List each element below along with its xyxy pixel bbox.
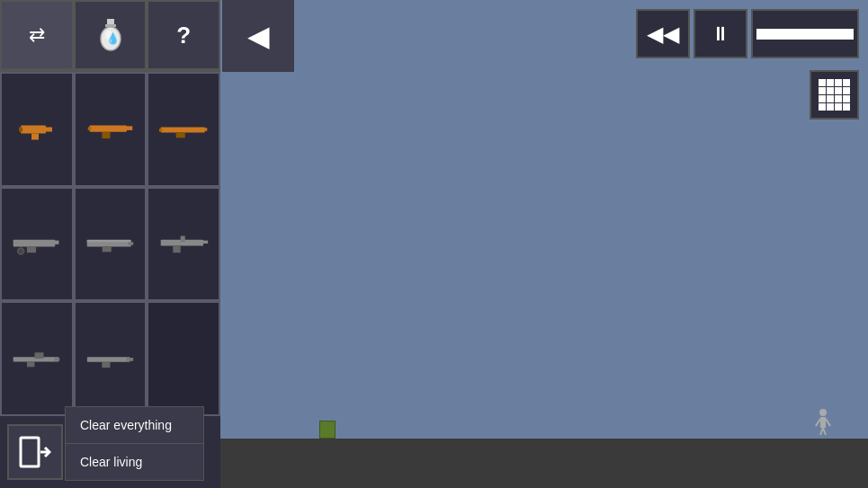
svg-rect-22 xyxy=(87,242,131,247)
toolbar-row: ⇄ 💧 ? ◀ xyxy=(0,0,220,72)
weapon-cell-ar[interactable] xyxy=(147,187,220,302)
svg-rect-36 xyxy=(127,358,133,361)
svg-point-21 xyxy=(19,249,23,253)
svg-rect-0 xyxy=(107,19,114,24)
clear-living-button[interactable]: Clear living xyxy=(66,444,203,480)
clear-everything-button[interactable]: Clear everything xyxy=(66,407,203,444)
svg-rect-9 xyxy=(90,125,127,131)
weapon-cell-sniper[interactable] xyxy=(0,301,74,416)
svg-rect-8 xyxy=(19,127,22,131)
svg-rect-40 xyxy=(820,417,826,428)
weapon-cell-rifle[interactable] xyxy=(147,72,220,187)
svg-rect-29 xyxy=(200,241,207,244)
progress-bar xyxy=(756,29,854,40)
smg-icon xyxy=(85,116,135,143)
weapon-cell-smg[interactable] xyxy=(74,72,148,187)
question-button[interactable]: ? xyxy=(147,0,220,70)
exit-icon xyxy=(19,436,51,468)
potion-icon: 💧 xyxy=(97,19,124,51)
svg-rect-11 xyxy=(122,126,132,130)
pistol-icon xyxy=(12,116,61,143)
svg-line-44 xyxy=(823,428,826,435)
top-controls: ◀◀ ⏸ xyxy=(636,9,859,58)
svg-rect-27 xyxy=(173,246,180,253)
exit-button[interactable] xyxy=(7,424,63,480)
svg-rect-18 xyxy=(27,247,36,253)
svg-rect-14 xyxy=(175,132,184,138)
person-silhouette xyxy=(814,408,832,439)
weapon-cell-pistol[interactable] xyxy=(0,72,74,187)
carbine-icon xyxy=(85,345,135,372)
svg-rect-23 xyxy=(87,240,131,243)
swap-button[interactable]: ⇄ xyxy=(0,0,74,70)
svg-rect-16 xyxy=(159,129,162,131)
rifle-icon xyxy=(159,116,209,143)
svg-point-39 xyxy=(819,409,827,416)
weapon-cell-lmg[interactable] xyxy=(0,187,74,302)
svg-rect-25 xyxy=(128,243,133,245)
game-container: ⇄ 💧 ? ◀ xyxy=(0,0,868,488)
player-entity xyxy=(319,421,336,439)
person-icon xyxy=(814,408,832,435)
svg-rect-15 xyxy=(201,128,207,130)
shotgun-icon xyxy=(85,230,135,257)
back-button[interactable]: ◀ xyxy=(222,0,294,72)
context-menu: Clear everything Clear living xyxy=(65,406,204,481)
item-button[interactable]: 💧 xyxy=(74,0,148,70)
main-area: ◀◀ ⏸ xyxy=(220,0,868,488)
svg-rect-6 xyxy=(31,133,39,139)
ground xyxy=(220,439,868,488)
svg-rect-12 xyxy=(88,127,92,130)
pause-button[interactable]: ⏸ xyxy=(694,9,747,58)
ar-icon xyxy=(159,230,209,257)
svg-line-41 xyxy=(816,419,820,426)
weapon-cell-empty xyxy=(147,301,220,416)
svg-rect-37 xyxy=(21,438,39,466)
svg-rect-5 xyxy=(21,125,46,133)
svg-rect-19 xyxy=(51,241,58,244)
svg-line-42 xyxy=(826,419,830,426)
svg-rect-34 xyxy=(87,357,130,362)
svg-rect-32 xyxy=(55,358,60,360)
svg-rect-13 xyxy=(160,127,204,132)
svg-rect-10 xyxy=(102,132,110,138)
svg-rect-17 xyxy=(13,240,56,247)
svg-rect-7 xyxy=(43,127,52,131)
svg-text:💧: 💧 xyxy=(106,31,120,45)
svg-rect-35 xyxy=(102,362,110,368)
svg-rect-31 xyxy=(27,362,34,368)
sidebar-bottom: Clear everything Clear living xyxy=(0,416,220,488)
grid-icon xyxy=(819,79,850,111)
svg-rect-24 xyxy=(103,247,112,253)
weapon-cell-shotgun[interactable] xyxy=(74,187,148,302)
svg-rect-33 xyxy=(35,352,44,359)
lmg-icon xyxy=(12,230,61,257)
weapon-grid xyxy=(0,72,220,416)
weapon-cell-carbine[interactable] xyxy=(74,301,148,416)
grid-toggle-button[interactable] xyxy=(810,70,859,120)
rewind-button[interactable]: ◀◀ xyxy=(636,9,690,58)
progress-bar-container xyxy=(751,9,859,58)
sniper-icon xyxy=(12,345,61,372)
svg-rect-28 xyxy=(180,236,184,243)
sidebar: ⇄ 💧 ? ◀ xyxy=(0,0,220,488)
